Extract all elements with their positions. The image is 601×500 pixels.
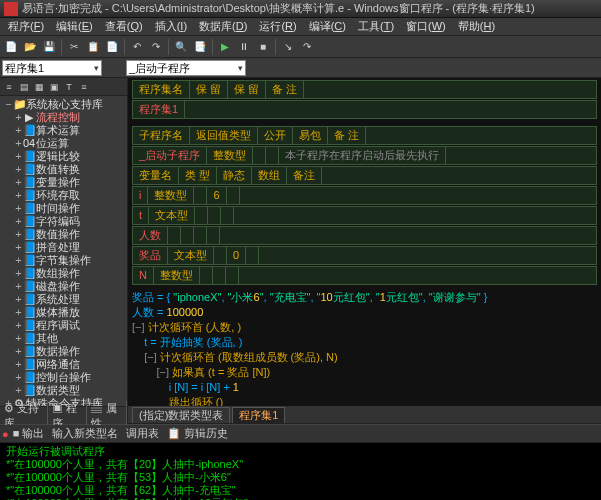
code-line[interactable]: [−] 如果真 (t = 奖品 [N]) (132, 365, 597, 380)
output-tab[interactable]: 输入新类型名 (52, 427, 118, 439)
combo-toolbar: 程序集1 _启动子程序 (0, 58, 601, 78)
tree-item[interactable]: +📘拼音处理 (2, 241, 125, 254)
tree-item[interactable]: +📘算术运算 (2, 124, 125, 137)
tree-item[interactable]: +▶流程控制 (2, 111, 125, 124)
menu-item[interactable]: 工具(T) (352, 19, 400, 34)
cut-icon[interactable]: ✂ (65, 38, 83, 56)
bookmark-icon[interactable]: 📑 (191, 38, 209, 56)
sub-combo[interactable]: _启动子程序 (126, 60, 246, 76)
copy-icon[interactable]: 📋 (84, 38, 102, 56)
tree-item[interactable]: +📘媒体播放 (2, 306, 125, 319)
tree-item[interactable]: +📘系统处理 (2, 293, 125, 306)
left-toolbar: ≡ ▤ ▦ ▣ T ≡ (0, 78, 127, 96)
code-line[interactable]: 奖品 = { "iphoneX", "小米6", "充电宝", "10元红包",… (132, 290, 597, 305)
output-tab[interactable]: 调用表 (126, 427, 159, 439)
tree-item[interactable]: +📘其他 (2, 332, 125, 345)
undo-icon[interactable]: ↶ (128, 38, 146, 56)
tree-item[interactable]: +📘数值转换 (2, 163, 125, 176)
paste-icon[interactable]: 📄 (103, 38, 121, 56)
tree-item[interactable]: +📘字符编码 (2, 215, 125, 228)
code-editor[interactable]: 程序集名保 留保 留备 注程序集1子程序名返回值类型公开易包备 注_启动子程序整… (128, 78, 601, 406)
menu-item[interactable]: 程序(F) (2, 19, 50, 34)
tree-item[interactable]: +📘数值操作 (2, 228, 125, 241)
menubar: 程序(F)编辑(E)查看(Q)插入(I)数据库(D)运行(R)编译(C)工具(T… (0, 18, 601, 36)
tb3-icon[interactable]: ▦ (32, 80, 46, 94)
tree-item[interactable]: +📘逻辑比较 (2, 150, 125, 163)
code-line[interactable]: 人数 = 100000 (132, 305, 597, 320)
tb2-icon[interactable]: ▤ (17, 80, 31, 94)
find-icon[interactable]: 🔍 (172, 38, 190, 56)
tree-item[interactable]: +📘数据类型 (2, 384, 125, 397)
tree-item[interactable]: +📘时间操作 (2, 202, 125, 215)
output-body[interactable]: 开始运行被调试程序*"在100000个人里，共有【20】人抽中-iphoneX"… (0, 443, 601, 500)
assembly-combo[interactable]: 程序集1 (2, 60, 102, 76)
tb6-icon[interactable]: ≡ (77, 80, 91, 94)
code-line[interactable]: [−] 计次循环首 (人数, ) (132, 320, 597, 335)
library-tree[interactable]: −📁系统核心支持库+▶流程控制+📘算术运算+04位运算+📘逻辑比较+📘数值转换+… (0, 96, 127, 406)
editor-tab[interactable]: (指定)数据类型表 (132, 407, 230, 423)
tree-item[interactable]: +📘磁盘操作 (2, 280, 125, 293)
pause-icon[interactable]: ⏸ (235, 38, 253, 56)
output-toolbar: ● ■ 输出输入新类型名调用表📋 剪辑历史 (0, 425, 601, 443)
editor-tab[interactable]: 程序集1 (232, 407, 285, 423)
menu-item[interactable]: 编辑(E) (50, 19, 99, 34)
output-panel: ● ■ 输出输入新类型名调用表📋 剪辑历史 开始运行被调试程序*"在100000… (0, 424, 601, 500)
menu-item[interactable]: 插入(I) (149, 19, 193, 34)
code-line[interactable]: t = 开始抽奖 (奖品, ) (132, 335, 597, 350)
tree-item[interactable]: +📘环境存取 (2, 189, 125, 202)
new-icon[interactable]: 📄 (2, 38, 20, 56)
output-line: *"在100000个人里，共有【62】人抽中-充电宝" (6, 484, 595, 497)
tree-item[interactable]: +📘变量操作 (2, 176, 125, 189)
tb4-icon[interactable]: ▣ (47, 80, 61, 94)
tree-item[interactable]: +📘数据操作 (2, 345, 125, 358)
tree-item[interactable]: +📘网络通信 (2, 358, 125, 371)
output-tab[interactable]: ■ 输出 (13, 427, 45, 439)
open-icon[interactable]: 📂 (21, 38, 39, 56)
editor-panel: 程序集名保 留保 留备 注程序集1子程序名返回值类型公开易包备 注_启动子程序整… (128, 78, 601, 424)
menu-item[interactable]: 编译(C) (303, 19, 352, 34)
tree-item[interactable]: +📘字节集操作 (2, 254, 125, 267)
run-icon[interactable]: ▶ (216, 38, 234, 56)
tb5-icon[interactable]: T (62, 80, 76, 94)
tree-item[interactable]: +📘控制台操作 (2, 371, 125, 384)
titlebar: 易语言·加密完成 - C:\Users\Administrator\Deskto… (0, 0, 601, 18)
dot-icon: ● (2, 428, 9, 440)
save-icon[interactable]: 💾 (40, 38, 58, 56)
editor-tabs: (指定)数据类型表程序集1 (128, 406, 601, 424)
output-tab[interactable]: 📋 剪辑历史 (167, 427, 228, 439)
output-line: *"在100000个人里，共有【20】人抽中-iphoneX" (6, 458, 595, 471)
main-toolbar: 📄 📂 💾 ✂ 📋 📄 ↶ ↷ 🔍 📑 ▶ ⏸ ■ ↘ ↷ (0, 36, 601, 58)
code-line[interactable]: [−] 计次循环首 (取数组成员数 (奖品), N) (132, 350, 597, 365)
menu-item[interactable]: 窗口(W) (400, 19, 452, 34)
menu-item[interactable]: 数据库(D) (193, 19, 253, 34)
redo-icon[interactable]: ↷ (147, 38, 165, 56)
stop-icon[interactable]: ■ (254, 38, 272, 56)
window-title: 易语言·加密完成 - C:\Users\Administrator\Deskto… (22, 1, 535, 16)
tb1-icon[interactable]: ≡ (2, 80, 16, 94)
menu-item[interactable]: 查看(Q) (99, 19, 149, 34)
step-icon[interactable]: ↘ (279, 38, 297, 56)
output-line: 开始运行被调试程序 (6, 445, 595, 458)
menu-item[interactable]: 运行(R) (253, 19, 302, 34)
app-icon (4, 2, 18, 16)
left-panel: ≡ ▤ ▦ ▣ T ≡ −📁系统核心支持库+▶流程控制+📘算术运算+04位运算+… (0, 78, 128, 424)
tree-item[interactable]: −📁系统核心支持库 (2, 98, 125, 111)
stepover-icon[interactable]: ↷ (298, 38, 316, 56)
output-line: *"在100000个人里，共有【53】人抽中-小米6" (6, 471, 595, 484)
code-line[interactable]: 跳出循环 () (132, 395, 597, 406)
tree-item[interactable]: +📘数组操作 (2, 267, 125, 280)
menu-item[interactable]: 帮助(H) (452, 19, 501, 34)
left-tabs: ⚙ 支持库▣ 程序▤ 属性 (0, 406, 127, 424)
tree-item[interactable]: +04位运算 (2, 137, 125, 150)
tree-item[interactable]: +📘程序调试 (2, 319, 125, 332)
code-line[interactable]: i [N] = i [N] + 1 (132, 380, 597, 395)
